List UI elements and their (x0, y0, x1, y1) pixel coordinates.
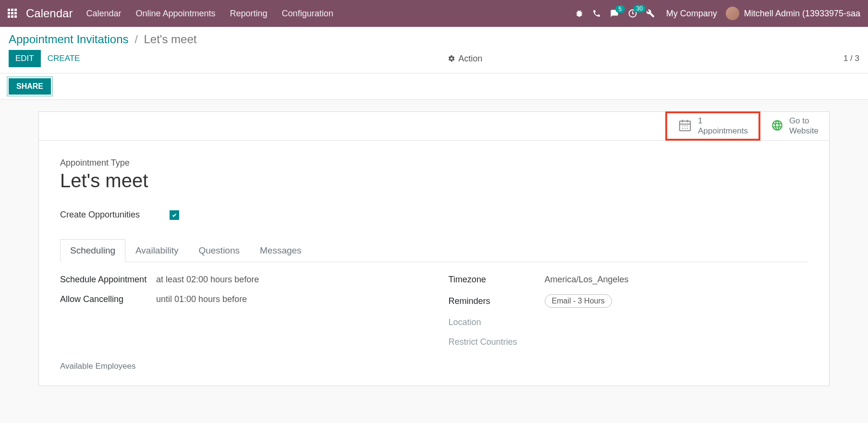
record-title: Let's meet (60, 170, 808, 192)
nav-link-online-appointments[interactable]: Online Appointments (135, 9, 215, 19)
tab-scheduling[interactable]: Scheduling (60, 239, 125, 262)
share-button[interactable]: SHARE (9, 78, 51, 95)
calendar-icon (678, 118, 692, 134)
app-brand[interactable]: Calendar (26, 7, 73, 20)
apps-icon[interactable] (8, 9, 17, 18)
tools-icon[interactable] (646, 9, 655, 18)
pager-total: 3 (855, 54, 859, 63)
messages-icon[interactable]: 5 (610, 9, 619, 18)
breadcrumb-separator: / (132, 33, 141, 46)
messages-badge: 5 (615, 5, 625, 13)
action-dropdown[interactable]: Action (448, 54, 482, 64)
timezone-value: America/Los_Angeles (545, 275, 629, 285)
allow-cancelling-label: Allow Cancelling (60, 294, 156, 304)
nav-link-configuration[interactable]: Configuration (282, 9, 333, 19)
share-panel: SHARE (0, 73, 868, 100)
appointment-type-label: Appointment Type (60, 158, 808, 168)
form-content: Appointment Type Let's meet Create Oppor… (39, 141, 829, 386)
svg-rect-3 (8, 12, 10, 14)
stat-website-button[interactable]: Go to Website (760, 112, 829, 140)
pager[interactable]: 1 / 3 (844, 54, 859, 63)
edit-button[interactable]: EDIT (9, 50, 41, 67)
stat-appointments-button[interactable]: 1 Appointments (665, 111, 760, 141)
svg-rect-5 (14, 12, 17, 14)
svg-rect-8 (14, 15, 17, 18)
schedule-appointment-value: at least 02:00 hours before (156, 275, 259, 285)
stat-buttons: 1 Appointments Go to Website (39, 112, 829, 141)
avatar (726, 7, 739, 20)
phone-icon[interactable] (592, 9, 601, 18)
schedule-appointment-label: Schedule Appointment (60, 275, 156, 285)
activities-badge: 30 (634, 5, 646, 12)
main-area: 1 Appointments Go to Website Appointment… (0, 100, 868, 398)
tab-content-scheduling: Schedule Appointment at least 02:00 hour… (60, 262, 808, 352)
activities-icon[interactable]: 30 (628, 9, 637, 18)
control-panel: Appointment Invitations / Let's meet EDI… (0, 27, 868, 73)
pager-current: 1 (844, 54, 848, 63)
reminders-label: Reminders (449, 296, 545, 306)
allow-cancelling-value: until 01:00 hours before (156, 294, 247, 304)
reminders-tag[interactable]: Email - 3 Hours (545, 294, 612, 308)
nav-right: 5 30 My Company Mitchell Admin (13933975… (575, 7, 860, 20)
nav-user[interactable]: Mitchell Admin (13933975-saa (726, 7, 860, 20)
stat-appointments-count: 1 (698, 116, 748, 126)
stat-website-line1: Go to (789, 116, 819, 126)
gear-icon (448, 55, 455, 62)
breadcrumb: Appointment Invitations / Let's meet (9, 33, 859, 46)
nav-user-name: Mitchell Admin (13933975-saa (744, 9, 860, 19)
globe-icon (771, 119, 783, 133)
nav-link-reporting[interactable]: Reporting (230, 9, 268, 19)
nav-links: Calendar Online Appointments Reporting C… (86, 9, 333, 19)
stat-appointments-label: Appointments (698, 126, 748, 136)
available-employees-label: Available Employees (60, 362, 808, 371)
svg-rect-7 (11, 15, 13, 18)
breadcrumb-current: Let's meet (144, 33, 197, 46)
nav-link-calendar[interactable]: Calendar (86, 9, 121, 19)
action-label: Action (458, 54, 482, 64)
tab-availability[interactable]: Availability (125, 239, 188, 262)
tab-messages[interactable]: Messages (250, 239, 312, 262)
top-navbar: Calendar Calendar Online Appointments Re… (0, 0, 868, 27)
form-sheet: 1 Appointments Go to Website Appointment… (38, 111, 830, 386)
svg-rect-4 (11, 12, 13, 14)
create-opportunities-checkbox[interactable] (170, 210, 179, 220)
bug-icon[interactable] (575, 9, 584, 18)
svg-rect-6 (8, 15, 10, 18)
location-label: Location (449, 317, 545, 327)
nav-company[interactable]: My Company (666, 9, 717, 19)
stat-website-line2: Website (789, 126, 819, 136)
check-icon (171, 212, 177, 218)
tab-questions[interactable]: Questions (188, 239, 250, 262)
create-opportunities-label: Create Opportunities (60, 210, 151, 220)
svg-rect-1 (11, 9, 13, 11)
create-button[interactable]: CREATE (41, 50, 87, 67)
svg-rect-0 (8, 9, 10, 11)
breadcrumb-parent[interactable]: Appointment Invitations (9, 33, 128, 46)
timezone-label: Timezone (449, 275, 545, 285)
tabs-bar: Scheduling Availability Questions Messag… (60, 239, 808, 262)
restrict-countries-label: Restrict Countries (449, 337, 545, 347)
svg-rect-2 (14, 9, 17, 11)
